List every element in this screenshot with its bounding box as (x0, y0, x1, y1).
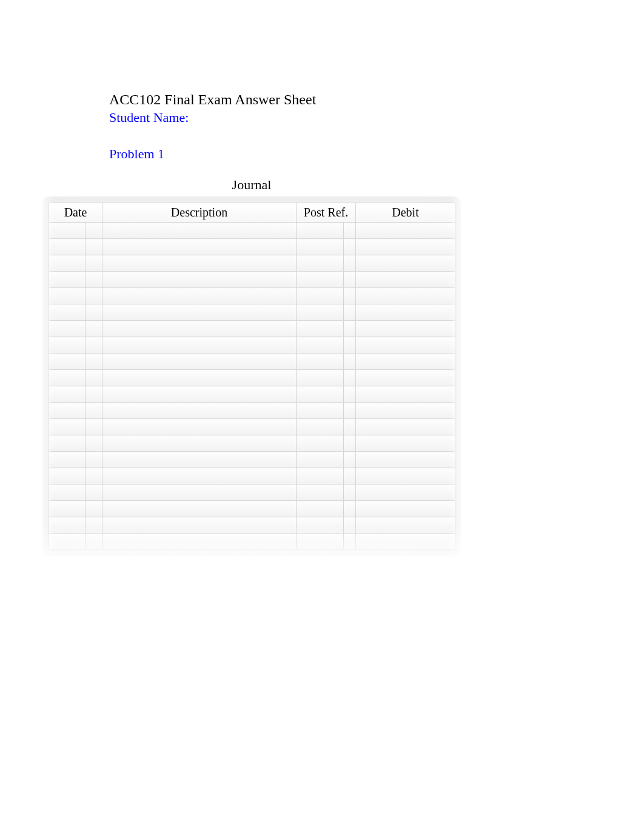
cell-date[interactable] (49, 517, 86, 534)
cell-debit[interactable] (356, 403, 455, 419)
cell-gap[interactable] (344, 354, 356, 370)
cell-gap[interactable] (344, 304, 356, 321)
cell-gap[interactable] (344, 239, 356, 255)
cell-gap[interactable] (344, 517, 356, 534)
cell-date[interactable] (49, 304, 86, 321)
cell-debit[interactable] (356, 272, 455, 288)
cell-sub[interactable] (86, 485, 102, 501)
cell-gap[interactable] (344, 534, 356, 550)
cell-description[interactable] (102, 337, 297, 354)
cell-sub[interactable] (86, 370, 102, 386)
cell-gap[interactable] (344, 403, 356, 419)
cell-date[interactable] (49, 337, 86, 354)
cell-date[interactable] (49, 239, 86, 255)
cell-description[interactable] (102, 304, 297, 321)
cell-description[interactable] (102, 239, 297, 255)
cell-date[interactable] (49, 419, 86, 435)
cell-sub[interactable] (86, 435, 102, 452)
cell-date[interactable] (49, 452, 86, 468)
cell-gap[interactable] (344, 321, 356, 337)
cell-sub[interactable] (86, 304, 102, 321)
cell-post_ref[interactable] (297, 223, 344, 239)
cell-description[interactable] (102, 255, 297, 272)
cell-post_ref[interactable] (297, 435, 344, 452)
cell-description[interactable] (102, 321, 297, 337)
cell-description[interactable] (102, 419, 297, 435)
cell-sub[interactable] (86, 403, 102, 419)
cell-gap[interactable] (344, 485, 356, 501)
cell-debit[interactable] (356, 501, 455, 517)
cell-debit[interactable] (356, 517, 455, 534)
cell-debit[interactable] (356, 321, 455, 337)
cell-gap[interactable] (344, 501, 356, 517)
cell-post_ref[interactable] (297, 337, 344, 354)
cell-gap[interactable] (344, 386, 356, 403)
cell-post_ref[interactable] (297, 534, 344, 550)
cell-gap[interactable] (344, 452, 356, 468)
cell-description[interactable] (102, 386, 297, 403)
cell-post_ref[interactable] (297, 255, 344, 272)
cell-description[interactable] (102, 501, 297, 517)
cell-gap[interactable] (344, 435, 356, 452)
cell-sub[interactable] (86, 255, 102, 272)
cell-date[interactable] (49, 403, 86, 419)
cell-gap[interactable] (344, 255, 356, 272)
cell-debit[interactable] (356, 386, 455, 403)
cell-date[interactable] (49, 223, 86, 239)
cell-description[interactable] (102, 485, 297, 501)
cell-gap[interactable] (344, 288, 356, 304)
cell-post_ref[interactable] (297, 354, 344, 370)
cell-description[interactable] (102, 534, 297, 550)
cell-sub[interactable] (86, 517, 102, 534)
cell-description[interactable] (102, 354, 297, 370)
cell-date[interactable] (49, 468, 86, 485)
cell-debit[interactable] (356, 485, 455, 501)
cell-date[interactable] (49, 255, 86, 272)
cell-date[interactable] (49, 485, 86, 501)
cell-post_ref[interactable] (297, 485, 344, 501)
cell-description[interactable] (102, 272, 297, 288)
cell-description[interactable] (102, 370, 297, 386)
cell-description[interactable] (102, 223, 297, 239)
cell-sub[interactable] (86, 468, 102, 485)
cell-post_ref[interactable] (297, 386, 344, 403)
cell-sub[interactable] (86, 534, 102, 550)
cell-post_ref[interactable] (297, 452, 344, 468)
cell-debit[interactable] (356, 419, 455, 435)
cell-date[interactable] (49, 435, 86, 452)
cell-description[interactable] (102, 403, 297, 419)
cell-description[interactable] (102, 517, 297, 534)
cell-sub[interactable] (86, 501, 102, 517)
cell-post_ref[interactable] (297, 468, 344, 485)
cell-debit[interactable] (356, 255, 455, 272)
cell-debit[interactable] (356, 354, 455, 370)
cell-gap[interactable] (344, 223, 356, 239)
cell-date[interactable] (49, 534, 86, 550)
cell-description[interactable] (102, 435, 297, 452)
cell-sub[interactable] (86, 223, 102, 239)
cell-debit[interactable] (356, 223, 455, 239)
cell-debit[interactable] (356, 370, 455, 386)
cell-date[interactable] (49, 386, 86, 403)
cell-sub[interactable] (86, 321, 102, 337)
cell-post_ref[interactable] (297, 321, 344, 337)
cell-sub[interactable] (86, 337, 102, 354)
cell-post_ref[interactable] (297, 403, 344, 419)
cell-debit[interactable] (356, 239, 455, 255)
cell-sub[interactable] (86, 354, 102, 370)
cell-description[interactable] (102, 468, 297, 485)
cell-post_ref[interactable] (297, 370, 344, 386)
cell-gap[interactable] (344, 419, 356, 435)
cell-gap[interactable] (344, 370, 356, 386)
cell-date[interactable] (49, 288, 86, 304)
cell-gap[interactable] (344, 337, 356, 354)
cell-sub[interactable] (86, 419, 102, 435)
cell-date[interactable] (49, 354, 86, 370)
cell-post_ref[interactable] (297, 272, 344, 288)
cell-sub[interactable] (86, 452, 102, 468)
cell-debit[interactable] (356, 452, 455, 468)
cell-gap[interactable] (344, 468, 356, 485)
cell-post_ref[interactable] (297, 501, 344, 517)
cell-date[interactable] (49, 370, 86, 386)
cell-post_ref[interactable] (297, 239, 344, 255)
